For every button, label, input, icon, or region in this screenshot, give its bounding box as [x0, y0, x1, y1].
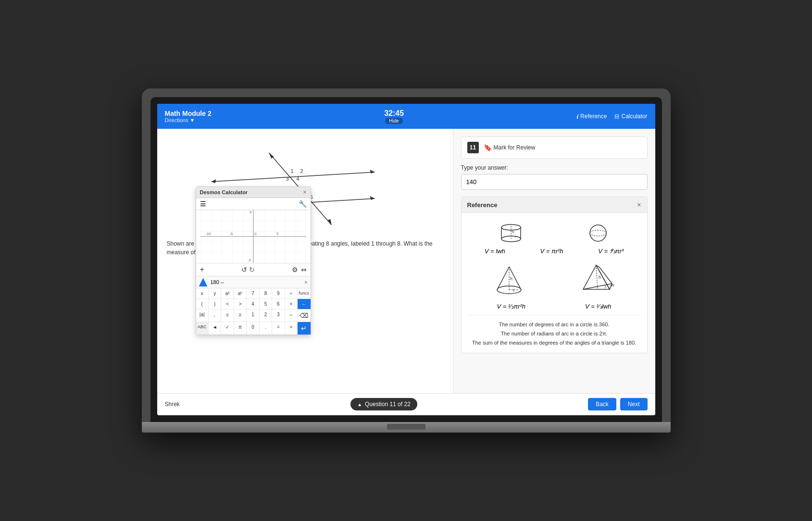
key-3[interactable]: 3	[272, 310, 285, 322]
key-4[interactable]: 4	[247, 299, 259, 309]
key-divide[interactable]: ÷	[285, 288, 298, 298]
formula-sphere: V = ⁴⁄₃πr³	[598, 248, 624, 255]
reference-close-button[interactable]: ×	[637, 201, 641, 209]
key-left-arrow[interactable]: ←	[298, 299, 310, 309]
key-lparen[interactable]: (	[196, 299, 209, 309]
key-minus[interactable]: –	[285, 310, 298, 322]
desmos-header: Desmos Calculator ×	[196, 187, 311, 198]
settings-icon[interactable]: ⚙	[292, 266, 298, 273]
svg-marker-4	[370, 170, 375, 174]
svg-marker-6	[370, 196, 375, 200]
question-nav-button[interactable]: ▲ Question 11 of 22	[350, 398, 417, 410]
svg-text:2: 2	[300, 168, 303, 174]
key-pi[interactable]: π	[234, 322, 247, 335]
key-plus[interactable]: +	[285, 322, 298, 335]
svg-text:4: 4	[296, 176, 299, 182]
key-9[interactable]: 9	[272, 288, 285, 298]
key-geq[interactable]: ≥	[234, 310, 247, 322]
svg-text:-5: -5	[248, 258, 251, 262]
top-shapes-row: h r	[467, 223, 641, 243]
key-leq[interactable]: ≤	[221, 310, 234, 322]
mark-for-review-button[interactable]: 🔖 Mark for Review	[484, 144, 536, 151]
reference-note-1: The number of degrees of arc in a circle…	[467, 320, 641, 329]
key-enter[interactable]: ↵	[298, 322, 310, 335]
bookmark-icon: 🔖	[484, 144, 492, 151]
left-panel: 1 2 3 4 5 6 7 8	[157, 129, 453, 393]
key-equals[interactable]: =	[272, 322, 285, 335]
zoom-icon[interactable]: ⇔	[301, 266, 307, 273]
svg-text:5: 5	[250, 210, 252, 214]
header-center: 32:45 Hide	[384, 109, 404, 124]
svg-text:5: 5	[276, 232, 279, 236]
key-a2[interactable]: a²	[221, 288, 234, 298]
app-header: Math Module 2 Directions ▼ 32:45 Hide i	[157, 104, 655, 129]
key-x[interactable]: x	[196, 288, 209, 298]
expression-input[interactable]	[211, 279, 302, 285]
footer-buttons: Back Next	[588, 398, 647, 410]
redo-icon[interactable]: ↻	[249, 266, 255, 273]
key-1[interactable]: 1	[247, 310, 259, 322]
formula-pyramid: V = ¹⁄₃lwh	[585, 303, 612, 310]
key-dot[interactable]: .	[260, 322, 272, 335]
svg-text:3: 3	[286, 176, 288, 182]
keypad-row-1: x y a² aᵇ 7 8 9 ÷ funcs	[196, 288, 311, 299]
key-0[interactable]: 0	[247, 322, 259, 335]
key-sound[interactable]: ◄	[209, 322, 221, 335]
add-expression-icon[interactable]: +	[200, 265, 204, 274]
reference-content: h r	[462, 213, 647, 353]
key-abc[interactable]: ABC	[196, 322, 209, 335]
key-lt[interactable]: <	[221, 299, 234, 309]
key-backspace[interactable]: ⌫	[298, 310, 310, 322]
header-right: i Reference ⊟ Calculator	[576, 113, 647, 120]
desmos-title: Desmos Calculator	[200, 189, 248, 195]
answer-input[interactable]	[461, 174, 648, 190]
wrench-icon[interactable]: 🔧	[299, 200, 307, 208]
desmos-calculator: Desmos Calculator × ☰ 🔧	[196, 186, 311, 335]
expression-triangle-icon	[199, 278, 208, 286]
svg-text:h: h	[512, 230, 514, 234]
key-y[interactable]: y	[209, 288, 221, 298]
key-gt[interactable]: >	[234, 299, 247, 309]
key-5[interactable]: 5	[260, 299, 272, 309]
shapes-row-2: h r	[467, 260, 641, 298]
reference-panel-header: Reference ×	[462, 197, 647, 213]
key-ab[interactable]: aᵇ	[234, 288, 247, 298]
svg-text:l: l	[605, 285, 606, 289]
key-7[interactable]: 7	[247, 288, 259, 298]
back-button[interactable]: Back	[588, 398, 616, 410]
svg-text:1: 1	[290, 168, 293, 174]
svg-text:r: r	[515, 235, 516, 239]
key-multiply[interactable]: ×	[285, 299, 298, 309]
keypad-row-3: |a| , ≤ ≥ 1 2 3 – ⌫	[196, 310, 311, 322]
formula-box: V = lwh	[485, 248, 505, 255]
keypad-row-4: ABC ◄ ✓ π 0 . = + ↵	[196, 322, 311, 335]
expression-bar: ×	[196, 276, 311, 288]
svg-line-45	[596, 265, 598, 289]
key-abs[interactable]: |a|	[196, 310, 209, 322]
key-check[interactable]: ✓	[221, 322, 234, 335]
svg-text:-10: -10	[205, 232, 211, 236]
pyramid-svg: h l w	[576, 260, 617, 298]
key-8[interactable]: 8	[260, 288, 272, 298]
formula-cone: V = ¹⁄₃πr²h	[497, 303, 525, 310]
hide-timer-button[interactable]: Hide	[385, 118, 403, 124]
svg-text:-5: -5	[229, 232, 233, 236]
hamburger-icon[interactable]: ☰	[200, 200, 206, 208]
desmos-close-button[interactable]: ×	[303, 189, 306, 196]
reference-button[interactable]: i Reference	[576, 113, 607, 120]
desmos-toolbar: ☰ 🔧	[196, 198, 311, 210]
next-button[interactable]: Next	[620, 398, 648, 410]
formula-cylinder: V = πr²h	[540, 248, 563, 255]
key-rparen[interactable]: )	[209, 299, 221, 309]
directions-dropdown[interactable]: Directions ▼	[165, 117, 212, 123]
graph-settings: ⚙ ⇔	[292, 266, 307, 273]
calculator-button[interactable]: ⊟ Calculator	[614, 113, 647, 120]
key-2[interactable]: 2	[260, 310, 272, 322]
key-comma[interactable]: ,	[209, 310, 221, 322]
nav-arrow-icon: ▲	[357, 402, 362, 407]
key-funcs[interactable]: funcs	[298, 288, 310, 298]
key-6[interactable]: 6	[272, 299, 285, 309]
undo-icon[interactable]: ↺	[241, 266, 247, 273]
header-left: Math Module 2 Directions ▼	[165, 110, 212, 123]
expression-clear-icon[interactable]: ×	[304, 279, 307, 285]
